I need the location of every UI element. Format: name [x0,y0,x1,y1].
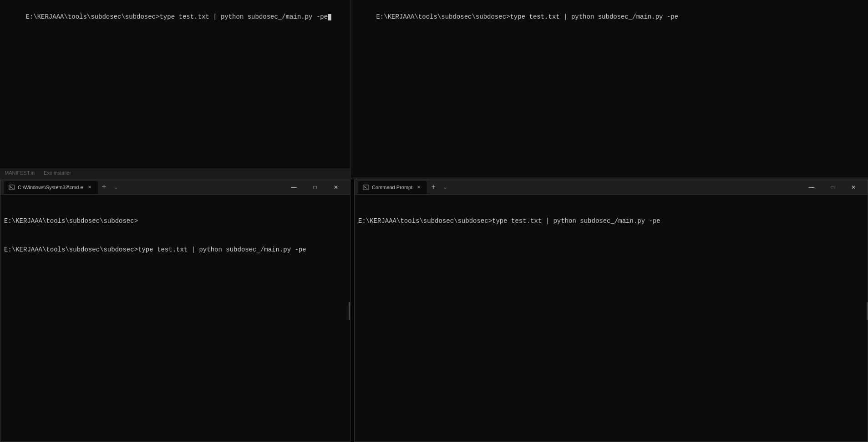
window-right[interactable]: Command Prompt ✕ + ⌄ — □ ✕ E:\KERJAAA\to… [354,180,868,442]
bottom-half: C:\Windows\System32\cmd.e ✕ + ⌄ — □ ✕ E:… [0,180,868,442]
title-bar-left: C:\Windows\System32\cmd.e ✕ + ⌄ — □ ✕ [0,180,350,195]
title-bar-right: Command Prompt ✕ + ⌄ — □ ✕ [355,180,868,195]
tab-dropdown-left[interactable]: ⌄ [111,182,122,193]
tab-command-prompt[interactable]: Command Prompt ✕ [358,181,427,194]
close-btn-left[interactable]: ✕ [325,180,346,195]
maximize-btn-right[interactable]: □ [822,180,843,195]
tab-cmd[interactable]: C:\Windows\System32\cmd.e ✕ [4,181,98,194]
minimize-btn-right[interactable]: — [801,180,822,195]
tab-label-cmd: C:\Windows\System32\cmd.e [18,185,83,190]
cursor-top-left [328,14,331,20]
tab-label-command-prompt: Command Prompt [372,185,412,190]
tab-dropdown-right[interactable]: ⌄ [440,182,451,193]
title-bar-left-area: C:\Windows\System32\cmd.e ✕ + ⌄ [4,181,284,194]
cmd-icon [9,184,15,191]
maximize-btn-left[interactable]: □ [305,180,325,195]
close-btn-right[interactable]: ✕ [843,180,864,195]
top-right-command: E:\KERJAAA\tools\subdosec\subdosec>type … [376,13,678,20]
command-prompt-icon [363,184,369,191]
minimize-btn-left[interactable]: — [284,180,305,195]
hint-item-manifest: MANIFEST.in [5,170,35,176]
tab-add-right[interactable]: + [427,181,440,194]
tab-add-left[interactable]: + [98,181,111,194]
top-half: E:\KERJAAA\tools\subdosec\subdosec>type … [0,0,868,177]
top-left-command: E:\KERJAAA\tools\subdosec\subdosec>type … [25,13,328,20]
terminal-body-right[interactable]: E:\KERJAAA\tools\subdosec\subdosec>type … [355,195,868,442]
window-controls-right: — □ ✕ [801,180,864,195]
title-bar-right-area: Command Prompt ✕ + ⌄ [358,181,801,194]
window-left[interactable]: C:\Windows\System32\cmd.e ✕ + ⌄ — □ ✕ E:… [0,180,350,442]
terminal-body-left[interactable]: E:\KERJAAA\tools\subdosec\subdosec> E:\K… [0,195,350,442]
tab-close-command-prompt[interactable]: ✕ [415,184,422,191]
terminal-line1-right: E:\KERJAAA\tools\subdosec\subdosec>type … [358,216,864,226]
terminal-line2-left: E:\KERJAAA\tools\subdosec\subdosec>type … [4,245,346,255]
window-controls-left: — □ ✕ [284,180,346,195]
tab-close-cmd[interactable]: ✕ [86,184,93,191]
top-terminal-right[interactable]: E:\KERJAAA\tools\subdosec\subdosec>type … [350,0,868,177]
top-right-content: E:\KERJAAA\tools\subdosec\subdosec>type … [350,0,868,34]
top-left-hint-bar: MANIFEST.in Exe installer [0,168,350,177]
terminal-line1-left: E:\KERJAAA\tools\subdosec\subdosec> [4,216,346,226]
top-left-content: E:\KERJAAA\tools\subdosec\subdosec>type … [0,0,350,34]
hint-item-installer: Exe installer [44,170,71,176]
scrollbar-hint-left [349,302,350,320]
top-terminal-left[interactable]: E:\KERJAAA\tools\subdosec\subdosec>type … [0,0,350,177]
